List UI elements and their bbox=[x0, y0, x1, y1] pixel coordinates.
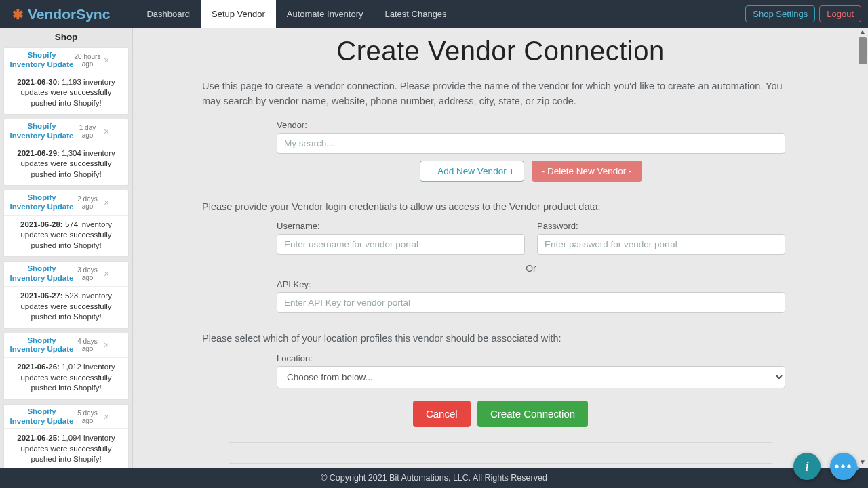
notification-body: 2021-06-29: 1,304 inventory updates were… bbox=[4, 144, 128, 186]
notification-title: Shopify Inventory Update bbox=[9, 51, 74, 70]
chat-bubble[interactable]: ••• bbox=[830, 453, 857, 480]
notification-time: 5 days ago bbox=[74, 409, 101, 424]
notification-body: 2021-06-25: 1,094 inventory updates were… bbox=[4, 429, 128, 468]
help-info-bubble[interactable]: i bbox=[793, 453, 821, 480]
notification-title: Shopify Inventory Update bbox=[9, 193, 74, 212]
notification-card: Shopify Inventory Update2 days ago×2021-… bbox=[3, 190, 129, 257]
notification-body: 2021-06-26: 1,012 inventory updates were… bbox=[4, 358, 128, 399]
vendor-label: Vendor: bbox=[277, 120, 785, 130]
notification-card: Shopify Inventory Update20 hours ago×202… bbox=[3, 47, 129, 115]
notification-time: 1 day ago bbox=[74, 124, 101, 139]
vertical-scrollbar[interactable]: ▲ ▼ bbox=[857, 28, 868, 468]
api-key-label: API Key: bbox=[277, 279, 785, 289]
notification-body: 2021-06-27: 523 inventory updates were s… bbox=[4, 287, 128, 328]
notification-time: 20 hours ago bbox=[74, 53, 101, 68]
brand[interactable]: ✱ VendorSync bbox=[0, 0, 119, 28]
footer-copyright: © Copyright 2021 Bit Automations, LLC. A… bbox=[321, 473, 547, 483]
delete-new-vendor-button[interactable]: - Delete New Vendor - bbox=[532, 161, 642, 182]
notification-card: Shopify Inventory Update5 days ago×2021-… bbox=[3, 404, 129, 468]
shop-settings-button[interactable]: Shop Settings bbox=[745, 5, 815, 22]
close-icon[interactable]: × bbox=[101, 55, 112, 66]
section-divider bbox=[229, 442, 772, 443]
sidebar-title: Shop bbox=[0, 28, 132, 47]
page-title: Create Vendor Connection bbox=[146, 36, 854, 66]
notification-title: Shopify Inventory Update bbox=[9, 122, 74, 141]
add-new-vendor-button[interactable]: + Add New Vendor + bbox=[420, 161, 524, 182]
notification-card: Shopify Inventory Update1 day ago×2021-0… bbox=[3, 119, 129, 186]
password-input[interactable] bbox=[537, 234, 785, 255]
username-input[interactable] bbox=[277, 234, 525, 255]
close-icon[interactable]: × bbox=[101, 411, 112, 422]
scroll-thumb[interactable] bbox=[859, 37, 867, 64]
top-navbar: ✱ VendorSync Dashboard Setup Vendor Auto… bbox=[0, 0, 868, 28]
tab-dashboard[interactable]: Dashboard bbox=[136, 0, 201, 28]
notification-time: 2 days ago bbox=[74, 195, 101, 210]
tab-setup-vendor[interactable]: Setup Vendor bbox=[201, 0, 276, 28]
create-connection-button[interactable]: Create Connection bbox=[477, 401, 588, 427]
topbar-actions: Shop Settings Logout bbox=[745, 0, 868, 28]
notification-title: Shopify Inventory Update bbox=[9, 407, 74, 426]
notifications-sidebar: Shop Shopify Inventory Update20 hours ag… bbox=[0, 28, 133, 468]
location-label: Location: bbox=[277, 353, 785, 363]
scroll-up-icon[interactable]: ▲ bbox=[859, 28, 867, 37]
logo-icon: ✱ bbox=[12, 7, 24, 21]
close-icon[interactable]: × bbox=[101, 197, 112, 208]
notification-body: 2021-06-30: 1,193 inventory updates were… bbox=[4, 73, 128, 115]
content-region: Shop Shopify Inventory Update20 hours ag… bbox=[0, 28, 868, 468]
or-divider: Or bbox=[277, 263, 785, 274]
location-select[interactable]: Choose from below... bbox=[277, 366, 785, 388]
username-label: Username: bbox=[277, 221, 525, 231]
password-label: Password: bbox=[537, 221, 785, 231]
main-panel: Create Vendor Connection Use this page t… bbox=[133, 28, 868, 468]
location-lead: Please select which of your location pro… bbox=[202, 331, 799, 346]
notification-card: Shopify Inventory Update3 days ago×2021-… bbox=[3, 261, 129, 328]
notification-title: Shopify Inventory Update bbox=[9, 264, 74, 283]
section-divider bbox=[229, 463, 772, 464]
brand-name: VendorSync bbox=[28, 6, 110, 22]
notification-card: Shopify Inventory Update4 days ago×2021-… bbox=[3, 333, 129, 400]
api-key-input[interactable] bbox=[277, 292, 785, 313]
tab-latest-changes[interactable]: Latest Changes bbox=[374, 0, 458, 28]
notifications-feed[interactable]: Shopify Inventory Update20 hours ago×202… bbox=[0, 47, 132, 468]
close-icon[interactable]: × bbox=[101, 126, 112, 137]
credentials-lead: Please provide your Vendor login credent… bbox=[202, 199, 799, 214]
close-icon[interactable]: × bbox=[101, 340, 112, 350]
nav-tabs: Dashboard Setup Vendor Automate Inventor… bbox=[136, 0, 457, 28]
logout-button[interactable]: Logout bbox=[819, 5, 861, 22]
footer: © Copyright 2021 Bit Automations, LLC. A… bbox=[0, 468, 868, 488]
intro-text: Use this page to create a vendor connect… bbox=[202, 79, 799, 109]
tab-automate-inventory[interactable]: Automate Inventory bbox=[276, 0, 374, 28]
notification-time: 3 days ago bbox=[74, 266, 101, 281]
notification-time: 4 days ago bbox=[74, 338, 101, 352]
notification-title: Shopify Inventory Update bbox=[9, 336, 74, 355]
vendor-search-input[interactable] bbox=[277, 133, 785, 154]
close-icon[interactable]: × bbox=[101, 268, 112, 279]
cancel-button[interactable]: Cancel bbox=[413, 401, 471, 427]
notification-body: 2021-06-28: 574 inventory updates were s… bbox=[4, 216, 128, 257]
